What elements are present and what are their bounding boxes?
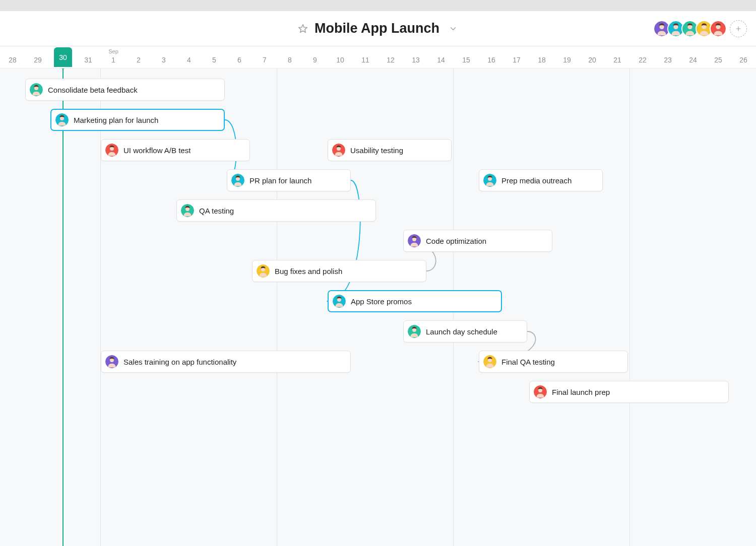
day-16[interactable]: 16 bbox=[479, 46, 504, 68]
task-label: Consolidate beta feedback bbox=[48, 86, 138, 94]
day-18[interactable]: 18 bbox=[529, 46, 554, 68]
day-5[interactable]: 5 bbox=[202, 46, 227, 68]
svg-point-28 bbox=[412, 237, 416, 241]
project-title: Mobile App Launch bbox=[314, 21, 439, 36]
day-number: 11 bbox=[353, 56, 378, 64]
svg-point-18 bbox=[110, 147, 114, 151]
add-member-button[interactable] bbox=[730, 20, 747, 37]
day-number: 20 bbox=[580, 56, 605, 64]
favorite-star-icon[interactable] bbox=[297, 23, 308, 34]
day-28[interactable]: 28 bbox=[0, 46, 25, 68]
day-number: 16 bbox=[479, 56, 504, 64]
project-menu-chevron-icon[interactable] bbox=[448, 23, 459, 34]
day-11[interactable]: 11 bbox=[353, 46, 378, 68]
task-label: Sales training on app functionality bbox=[123, 358, 236, 366]
day-13[interactable]: 13 bbox=[403, 46, 428, 68]
day-number: 18 bbox=[529, 56, 554, 64]
day-1[interactable]: Sep1 bbox=[101, 46, 126, 68]
day-14[interactable]: 14 bbox=[428, 46, 454, 68]
svg-point-6 bbox=[687, 24, 692, 29]
day-number: 19 bbox=[554, 56, 580, 64]
day-6[interactable]: 6 bbox=[227, 46, 252, 68]
day-number: 4 bbox=[176, 56, 202, 64]
task-bar-t9[interactable]: Bug fixes and polish bbox=[252, 260, 426, 282]
dependency-t5-t10 bbox=[328, 180, 360, 301]
day-number: 25 bbox=[706, 56, 731, 64]
day-number: 13 bbox=[403, 56, 428, 64]
day-29[interactable]: 29 bbox=[25, 46, 50, 68]
day-15[interactable]: 15 bbox=[454, 46, 479, 68]
task-label: Final QA testing bbox=[501, 358, 555, 366]
svg-point-26 bbox=[185, 207, 190, 211]
day-number: 10 bbox=[328, 56, 353, 64]
day-9[interactable]: 9 bbox=[302, 46, 328, 68]
member-avatar-red[interactable] bbox=[710, 20, 727, 37]
task-label: Prep media outreach bbox=[501, 176, 572, 185]
task-bar-t2[interactable]: Marketing plan for launch bbox=[50, 109, 225, 131]
day-8[interactable]: 8 bbox=[277, 46, 302, 68]
day-10[interactable]: 10 bbox=[328, 46, 353, 68]
day-2[interactable]: 2 bbox=[126, 46, 151, 68]
svg-point-20 bbox=[337, 147, 341, 151]
task-bar-t6[interactable]: Prep media outreach bbox=[479, 169, 603, 191]
day-number: 12 bbox=[378, 56, 403, 64]
day-number: 31 bbox=[76, 56, 101, 64]
task-bar-t11[interactable]: Launch day schedule bbox=[403, 320, 527, 343]
task-bar-t14[interactable]: Final launch prep bbox=[529, 381, 729, 403]
assignee-avatar-red bbox=[534, 385, 547, 398]
task-bar-t3[interactable]: UI workflow A/B test bbox=[101, 139, 250, 161]
task-label: QA testing bbox=[199, 207, 234, 215]
assignee-avatar-purple bbox=[408, 234, 421, 247]
svg-marker-0 bbox=[299, 24, 307, 32]
task-bar-t13[interactable]: Final QA testing bbox=[479, 351, 628, 373]
task-bar-t8[interactable]: Code optimization bbox=[403, 230, 552, 252]
day-23[interactable]: 23 bbox=[655, 46, 680, 68]
svg-point-14 bbox=[34, 86, 38, 90]
day-24[interactable]: 24 bbox=[680, 46, 706, 68]
task-bar-t4[interactable]: Usability testing bbox=[328, 139, 452, 161]
month-label: Sep bbox=[101, 48, 126, 54]
day-26[interactable]: 26 bbox=[731, 46, 756, 68]
day-31[interactable]: 31 bbox=[76, 46, 101, 68]
day-21[interactable]: 21 bbox=[605, 46, 630, 68]
assignee-avatar-amber bbox=[257, 264, 270, 278]
day-4[interactable]: 4 bbox=[176, 46, 202, 68]
day-7[interactable]: 7 bbox=[252, 46, 277, 68]
assignee-avatar-cyan bbox=[231, 174, 244, 187]
task-bar-t10[interactable]: App Store promos bbox=[328, 290, 502, 312]
task-label: Launch day schedule bbox=[426, 327, 497, 336]
svg-point-2 bbox=[659, 24, 664, 29]
day-number: 24 bbox=[680, 56, 706, 64]
timeline-date-header: 28293031Sep12345678910111213141516171819… bbox=[0, 46, 756, 69]
day-3[interactable]: 3 bbox=[151, 46, 176, 68]
project-header: Mobile App Launch bbox=[0, 11, 756, 46]
task-bar-t12[interactable]: Sales training on app functionality bbox=[101, 351, 351, 373]
task-label: Final launch prep bbox=[552, 388, 610, 396]
day-12[interactable]: 12 bbox=[378, 46, 403, 68]
day-number: 21 bbox=[605, 56, 630, 64]
day-19[interactable]: 19 bbox=[554, 46, 580, 68]
task-label: Bug fixes and polish bbox=[275, 267, 342, 276]
day-number: 8 bbox=[277, 56, 302, 64]
day-number: 1 bbox=[101, 56, 126, 64]
day-number: 22 bbox=[630, 56, 655, 64]
task-bar-t7[interactable]: QA testing bbox=[176, 199, 376, 222]
assignee-avatar-purple bbox=[105, 355, 118, 368]
task-bar-t5[interactable]: PR plan for launch bbox=[227, 169, 351, 191]
assignee-avatar-teal bbox=[30, 83, 43, 96]
assignee-avatar-red bbox=[105, 144, 118, 157]
day-30[interactable]: 30 bbox=[50, 46, 76, 68]
day-number: 7 bbox=[252, 56, 277, 64]
project-members bbox=[656, 20, 747, 37]
day-22[interactable]: 22 bbox=[630, 46, 655, 68]
day-20[interactable]: 20 bbox=[580, 46, 605, 68]
task-label: UI workflow A/B test bbox=[123, 146, 191, 155]
assignee-avatar-teal bbox=[181, 204, 194, 217]
task-bar-t1[interactable]: Consolidate beta feedback bbox=[25, 79, 225, 101]
assignee-avatar-teal bbox=[408, 325, 421, 338]
svg-point-16 bbox=[60, 116, 64, 120]
day-17[interactable]: 17 bbox=[504, 46, 529, 68]
task-label: Code optimization bbox=[426, 237, 486, 245]
day-25[interactable]: 25 bbox=[706, 46, 731, 68]
timeline-body[interactable]: Consolidate beta feedback Marketing plan… bbox=[0, 69, 756, 546]
